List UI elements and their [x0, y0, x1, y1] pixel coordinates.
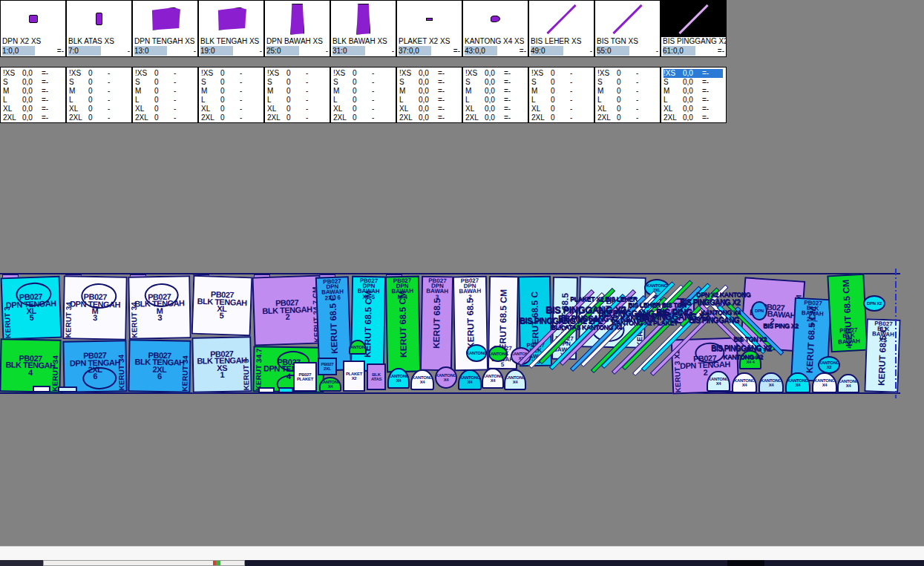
size-cell[interactable]: L0,0=- [663, 96, 726, 105]
marker-piece[interactable]: PB027BLK TENGAH2KERUT 34.7 CM [252, 274, 322, 346]
size-cell[interactable]: 2XL0,0=- [465, 113, 528, 122]
size-cell[interactable]: XL0,0=- [399, 105, 462, 113]
taskbar-app-icon[interactable] [213, 561, 220, 565]
marker-piece[interactable]: KANTONG X4 [812, 372, 837, 393]
size-cell[interactable]: XL0- [531, 105, 594, 113]
size-cell[interactable]: 2XL0,0=- [663, 113, 726, 122]
size-cell[interactable]: !XS0,0=- [399, 69, 462, 78]
size-cell[interactable]: !XS0- [531, 69, 594, 78]
size-cell[interactable]: XL0- [201, 105, 263, 113]
marker-piece[interactable] [258, 387, 275, 393]
size-cell[interactable]: 2XL0- [135, 113, 197, 122]
pattern-number-value[interactable]: 7:0 [68, 46, 101, 56]
size-cell[interactable]: XL0- [267, 105, 330, 113]
size-cell[interactable]: M0,0=- [663, 87, 726, 96]
size-cell[interactable]: S0,0=- [465, 78, 528, 87]
size-cell[interactable]: !XS0- [267, 69, 330, 78]
size-cell[interactable]: !XS0- [201, 69, 263, 78]
marker-piece[interactable]: KANTONG X4 [482, 368, 504, 389]
marker-piece[interactable]: PB027DPN TENGAHXL5KERUT 3 [1, 276, 62, 340]
size-cell[interactable]: !XS0,0=- [465, 69, 528, 78]
size-cell[interactable]: !XS0- [135, 69, 197, 78]
size-cell[interactable]: M0,0=- [3, 87, 65, 96]
size-cell[interactable]: M0,0=- [465, 87, 528, 96]
size-cell[interactable]: M0- [597, 87, 660, 96]
marker-piece[interactable]: BLK ATAS [367, 363, 386, 390]
size-cell[interactable]: M0- [267, 87, 330, 96]
pattern-card[interactable]: DPN TENGAH XS13:0- [133, 1, 197, 56]
pattern-card[interactable]: BIS TGN XS55:0- [595, 1, 660, 56]
size-cell[interactable]: XL0- [135, 105, 197, 113]
size-cell[interactable]: M0- [333, 87, 396, 96]
size-cell[interactable]: XL0- [333, 105, 396, 113]
marker-piece[interactable]: KANTONG X4 [504, 369, 526, 390]
size-cell[interactable]: S0,0=- [663, 78, 726, 87]
marker-piece[interactable]: KANTONG X2 [818, 356, 840, 374]
pattern-card[interactable]: BIS LEHER XS49:0- [529, 1, 594, 56]
marker-piece[interactable]: DPN X2 [863, 295, 885, 312]
size-cell[interactable]: S0,0=- [3, 78, 65, 87]
pattern-card[interactable]: BIS PINGGANG X2 X61:0,0=- [661, 1, 726, 56]
pattern-card[interactable]: DPN X2 XS1:0,0=- [1, 1, 65, 56]
pattern-number-value[interactable]: 55:0 [597, 46, 629, 56]
size-cell[interactable]: !XS0- [597, 69, 660, 78]
marker-piece[interactable]: KANTONG [349, 340, 367, 355]
marker-piece[interactable] [33, 386, 50, 392]
size-cell[interactable]: S0- [597, 78, 660, 87]
size-cell[interactable]: !XS0- [333, 69, 396, 78]
marker-piece[interactable]: KANTONG X4 [458, 369, 482, 390]
size-cell[interactable]: 2XL0- [267, 113, 330, 122]
marker-piece[interactable]: PB027 2XL [318, 358, 337, 375]
size-cell[interactable]: L0- [531, 96, 594, 105]
size-cell[interactable]: L0,0=- [399, 96, 462, 105]
marker-piece[interactable]: PB027DPN TENGAHM3KERUT 34 [62, 275, 127, 340]
size-cell[interactable]: M0- [69, 87, 131, 96]
pattern-number-value[interactable]: 31:0 [332, 46, 365, 56]
pattern-card[interactable]: BLK BAWAH XS31:0- [331, 1, 396, 56]
size-cell[interactable]: 2XL0- [531, 113, 594, 122]
marker-piece[interactable] [58, 386, 77, 392]
pattern-card[interactable]: DPN BAWAH XS25:0- [265, 1, 330, 56]
pattern-number-value[interactable]: 19:0 [200, 46, 233, 56]
size-cell[interactable]: L0- [69, 96, 131, 105]
size-cell[interactable]: L0- [201, 96, 263, 105]
pattern-number-value[interactable]: 1:0,0 [2, 46, 35, 56]
size-cell[interactable]: S0- [135, 78, 197, 87]
marker-piece[interactable]: PLAKET X2 [343, 361, 365, 392]
pattern-card[interactable]: BLK ATAS XS7:0- [67, 1, 131, 56]
pattern-number-value[interactable]: 25:0 [266, 46, 299, 56]
marker-canvas[interactable]: PB027DPN TENGAHXL5KERUT 3PB027BLK TENGAH… [0, 273, 900, 394]
size-cell[interactable]: L0,0=- [3, 96, 65, 105]
size-cell[interactable]: !XS0- [69, 69, 131, 78]
size-cell[interactable]: S0- [69, 78, 131, 87]
size-cell[interactable]: !XS0,0=- [3, 69, 65, 78]
size-cell[interactable]: S0,0=- [399, 78, 462, 87]
size-cell[interactable]: !XS0,0=- [663, 69, 723, 78]
size-cell[interactable]: S0- [531, 78, 594, 87]
marker-piece[interactable]: PB027DPN BAWAHXL 5KERUT 68.5 CM [350, 276, 386, 372]
size-cell[interactable]: S0- [267, 78, 330, 87]
size-cell[interactable]: S0- [201, 78, 263, 87]
pattern-number-value[interactable]: 13:0 [134, 46, 167, 56]
marker-piece[interactable]: KANTONG X4 [758, 372, 784, 393]
marker-piece[interactable]: PB027BLK TENGAH4KERUT 34 [0, 338, 62, 392]
size-cell[interactable]: M0,0=- [399, 87, 462, 96]
size-cell[interactable]: 2XL0- [201, 113, 263, 122]
pattern-number-value[interactable]: 37:0,0 [399, 46, 431, 56]
size-cell[interactable]: 2XL0- [333, 113, 396, 122]
marker-piece[interactable]: KANTONG X4 [837, 374, 859, 393]
size-cell[interactable]: M0- [201, 87, 263, 96]
marker-piece[interactable]: KANTONG X4 [410, 369, 434, 390]
size-cell[interactable]: L0- [333, 96, 396, 105]
pattern-number-value[interactable]: 43:0,0 [465, 46, 497, 56]
pattern-card[interactable]: KANTONG X4 XS43:0,0=- [463, 1, 528, 56]
size-cell[interactable]: M0- [135, 87, 197, 96]
marker-piece[interactable]: PB027BLK TENGAHXS1KERUT 3 [191, 336, 252, 392]
marker-piece[interactable]: PB027BLK TENGAH2XL6KERUT 34 [128, 339, 191, 392]
size-cell[interactable]: XL0- [69, 105, 131, 113]
pattern-card[interactable]: BLK TENGAH XS19:0- [199, 1, 263, 56]
marker-piece[interactable]: PB027DPN TENGAH2XL6KERUT 34 [62, 340, 127, 392]
marker-piece[interactable]: PB027BLK BAWAH4KERUT 68.5 CM [827, 274, 868, 352]
size-cell[interactable]: L0- [135, 96, 197, 105]
pattern-number-value[interactable]: 61:0,0 [663, 46, 695, 56]
